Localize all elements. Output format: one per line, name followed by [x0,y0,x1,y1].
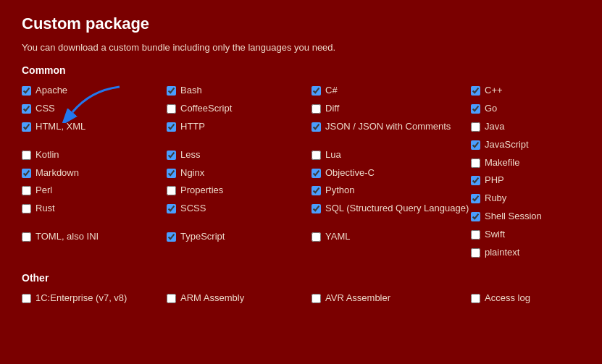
list-item[interactable]: SCSS [167,201,312,216]
list-item[interactable]: Diff [312,101,471,117]
list-item[interactable]: HTML, XML [22,119,167,135]
list-item[interactable]: Nginx [167,166,312,181]
other-section: Other 1C:Enterprise (v7, v8) ARM Assembl… [22,272,580,306]
list-item[interactable]: AVR Assembler [312,291,471,306]
list-item[interactable]: C++ [471,83,602,98]
list-item[interactable]: Perl [22,183,167,198]
list-item[interactable]: Bash [167,83,312,98]
other-col-4: Access log [471,291,602,306]
list-item[interactable]: YAML [312,229,471,245]
common-col-1: Apache CSS HTML, XML Kotlin Markdown Per… [22,83,167,261]
other-section-title: Other [22,272,580,284]
page-description: You can download a custom bundle includi… [22,42,580,53]
list-item[interactable]: TOML, also INI [22,229,167,245]
list-item[interactable]: Shell Session [471,209,602,224]
list-item[interactable]: PHP [471,173,602,188]
list-item[interactable]: Apache [22,83,167,98]
common-col-2: Bash CoffeeScript HTTP Less Nginx Proper… [167,83,312,261]
list-item[interactable]: 1C:Enterprise (v7, v8) [22,291,167,306]
list-item[interactable]: plaintext [471,245,602,261]
list-item[interactable]: Swift [471,227,602,242]
list-item[interactable]: JavaScript [471,137,602,153]
other-col-1: 1C:Enterprise (v7, v8) [22,291,167,306]
list-item[interactable]: Properties [167,183,312,198]
list-item[interactable]: JSON / JSON with Comments [312,119,471,135]
list-item[interactable]: HTTP [167,119,312,135]
common-col-3: C# Diff JSON / JSON with Comments Lua Ob… [312,83,471,261]
list-item[interactable]: SQL (Structured Query Language) [312,201,471,216]
list-item[interactable]: Ruby [471,191,602,206]
list-item[interactable]: Less [167,148,312,163]
other-col-3: AVR Assembler [312,291,471,306]
other-columns: 1C:Enterprise (v7, v8) ARM Assembly AVR … [22,291,580,306]
list-item[interactable]: Kotlin [22,148,167,163]
list-item[interactable]: Makefile [471,156,602,171]
list-item[interactable]: C# [312,83,471,98]
common-section: Common Apache CSS HTML, XML Kotlin Markd… [22,64,580,261]
list-item[interactable]: CSS [22,101,167,117]
list-item[interactable]: ARM Assembly [167,291,312,306]
list-item[interactable]: Go [471,101,602,117]
list-item[interactable]: CoffeeScript [167,101,312,117]
list-item[interactable]: Rust [22,201,167,216]
list-item[interactable]: Access log [471,291,602,306]
list-item[interactable]: TypeScript [167,229,312,245]
list-item[interactable]: Java [471,119,602,135]
common-col-4: C++ Go Java JavaScript Makefile PHP Ruby… [471,83,602,261]
list-item[interactable]: Lua [312,148,471,163]
page-title: Custom package [22,14,580,33]
other-col-2: ARM Assembly [167,291,312,306]
list-item[interactable]: Markdown [22,166,167,181]
list-item[interactable]: Objective-C [312,166,471,181]
common-columns: Apache CSS HTML, XML Kotlin Markdown Per… [22,83,580,261]
common-section-title: Common [22,64,580,76]
list-item[interactable]: Python [312,183,471,198]
